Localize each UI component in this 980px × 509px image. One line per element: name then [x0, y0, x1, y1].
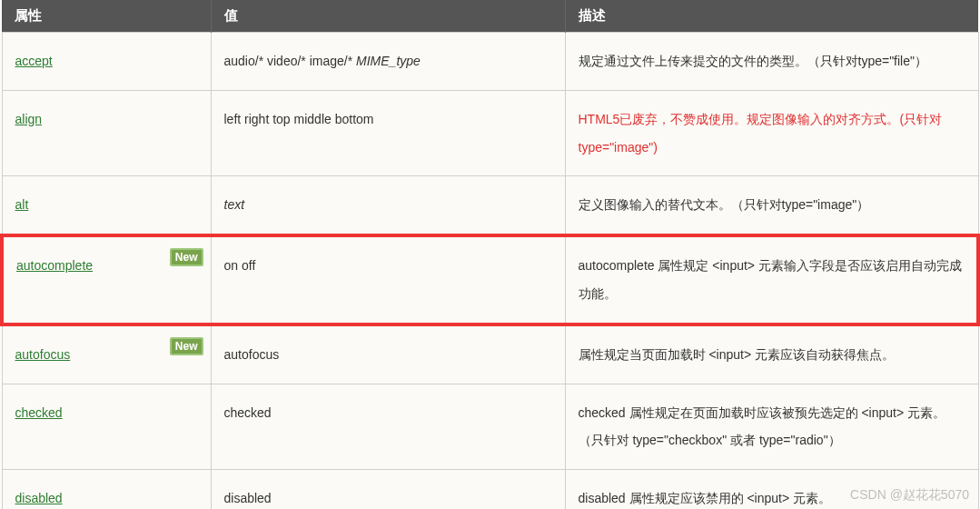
value-cell: on off: [211, 235, 565, 324]
desc-text: 规定通过文件上传来提交的文件的类型。（只针对type="file"）: [579, 54, 927, 68]
desc-text: checked 属性规定在页面加载时应该被预先选定的 <input> 元素。（只…: [579, 405, 946, 448]
desc-text: 定义图像输入的替代文本。（只针对type="image"）: [579, 197, 870, 212]
value-cell: left right top middle bottom: [211, 90, 565, 176]
table-row: disableddisableddisabled 属性规定应该禁用的 <inpu…: [2, 470, 978, 509]
value-cell: checked: [211, 384, 565, 470]
desc-cell: autocomplete 属性规定 <input> 元素输入字段是否应该启用自动…: [565, 235, 978, 324]
attr-link-autofocus[interactable]: autofocus: [15, 347, 71, 362]
value-text-italic: text: [224, 197, 245, 212]
header-value: 值: [211, 0, 565, 33]
table-row: alignleft right top middle bottomHTML5已废…: [2, 90, 978, 176]
value-cell: audio/* video/* image/* MIME_type: [211, 33, 565, 91]
value-cell: text: [211, 176, 565, 235]
value-text: autofocus: [224, 347, 280, 362]
new-badge-icon: New: [170, 337, 203, 355]
new-badge-icon: New: [170, 248, 203, 266]
attr-link-disabled[interactable]: disabled: [15, 491, 63, 505]
table-row: autofocusNewautofocus属性规定当页面加载时 <input> …: [2, 324, 978, 384]
desc-cell: 属性规定当页面加载时 <input> 元素应该自动获得焦点。: [565, 324, 978, 384]
table-header: 属性 值 描述: [2, 0, 978, 33]
attr-cell: autocompleteNew: [2, 235, 211, 324]
desc-cell: disabled 属性规定应该禁用的 <input> 元素。: [565, 470, 978, 509]
value-cell: autofocus: [211, 324, 565, 384]
desc-cell: HTML5已废弃，不赞成使用。规定图像输入的对齐方式。(只针对type="ima…: [565, 90, 978, 176]
attr-cell: accept: [2, 33, 211, 91]
attr-cell: align: [2, 90, 211, 176]
attr-link-align[interactable]: align: [15, 112, 43, 126]
value-text: checked: [224, 405, 272, 420]
table-row: alttext定义图像输入的替代文本。（只针对type="image"）: [2, 176, 978, 235]
header-desc: 描述: [565, 0, 978, 33]
desc-cell: 定义图像输入的替代文本。（只针对type="image"）: [565, 176, 978, 235]
desc-text: 属性规定当页面加载时 <input> 元素应该自动获得焦点。: [579, 347, 896, 362]
desc-cell: 规定通过文件上传来提交的文件的类型。（只针对type="file"）: [565, 33, 978, 91]
attr-cell: autofocusNew: [2, 324, 211, 384]
attr-link-accept[interactable]: accept: [15, 54, 53, 68]
attributes-table: 属性 值 描述 acceptaudio/* video/* image/* MI…: [0, 0, 980, 509]
desc-text: HTML5已废弃，不赞成使用。规定图像输入的对齐方式。(只针对type="ima…: [579, 112, 943, 155]
value-text: disabled: [224, 491, 272, 505]
desc-cell: checked 属性规定在页面加载时应该被预先选定的 <input> 元素。（只…: [565, 384, 978, 470]
value-cell: disabled: [211, 470, 565, 509]
attr-link-checked[interactable]: checked: [15, 405, 63, 420]
attr-link-autocomplete[interactable]: autocomplete: [16, 258, 93, 273]
attr-cell: alt: [2, 176, 211, 235]
value-text: on off: [224, 258, 256, 273]
attr-cell: disabled: [2, 470, 211, 509]
attr-link-alt[interactable]: alt: [15, 197, 29, 212]
desc-text: autocomplete 属性规定 <input> 元素输入字段是否应该启用自动…: [579, 258, 962, 301]
table-row: checkedcheckedchecked 属性规定在页面加载时应该被预先选定的…: [2, 384, 978, 470]
header-attr: 属性: [2, 0, 211, 33]
table-row: acceptaudio/* video/* image/* MIME_type规…: [2, 33, 978, 91]
attr-cell: checked: [2, 384, 211, 470]
desc-text: disabled 属性规定应该禁用的 <input> 元素。: [579, 491, 832, 505]
table-row: autocompleteNewon offautocomplete 属性规定 <…: [2, 235, 978, 324]
value-text-italic: MIME_type: [356, 54, 421, 68]
value-text: audio/* video/* image/*: [224, 54, 357, 68]
value-text: left right top middle bottom: [224, 112, 374, 126]
